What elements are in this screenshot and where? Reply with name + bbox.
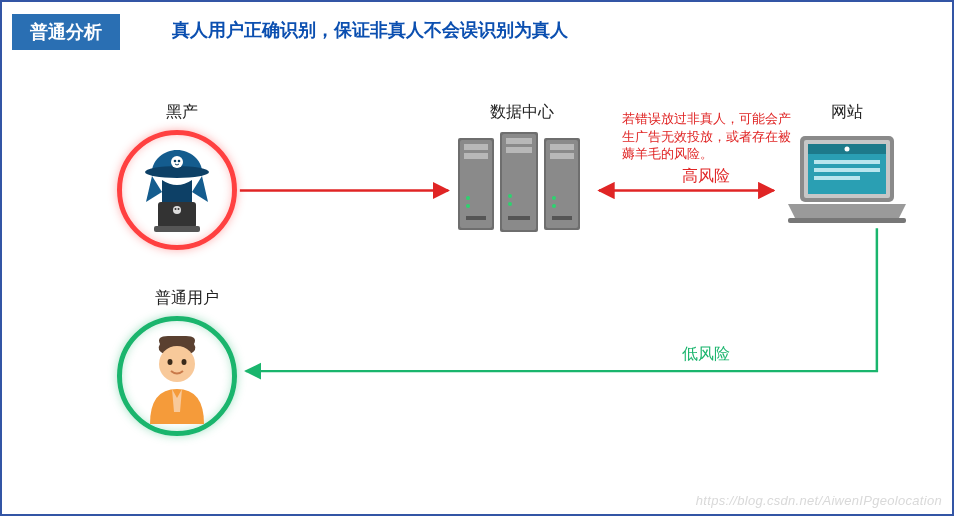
svg-point-2: [174, 160, 177, 163]
svg-rect-4: [158, 202, 196, 228]
svg-rect-15: [466, 216, 486, 220]
watermark-text: https://blog.csdn.net/AiwenIPgeolocation: [696, 493, 942, 508]
svg-point-41: [182, 359, 187, 365]
svg-rect-19: [506, 147, 532, 153]
svg-point-39: [159, 346, 195, 382]
section-badge: 普通分析: [12, 14, 120, 50]
label-hacker: 黑产: [152, 102, 212, 123]
svg-point-6: [175, 208, 177, 210]
svg-rect-29: [552, 216, 572, 220]
svg-rect-35: [814, 160, 880, 164]
arrow-website-to-user: [246, 228, 877, 371]
svg-point-14: [466, 204, 470, 208]
svg-rect-18: [506, 138, 532, 144]
label-low-risk: 低风险: [682, 344, 730, 365]
svg-point-27: [552, 196, 556, 200]
diagram-frame: 普通分析 真人用户正确识别，保证非真人不会误识别为真人 黑产 数据中心: [0, 0, 954, 516]
svg-point-7: [178, 208, 180, 210]
hacker-icon: [134, 142, 220, 238]
label-website: 网站: [822, 102, 872, 123]
svg-rect-25: [550, 144, 574, 150]
svg-point-21: [508, 202, 512, 206]
svg-rect-36: [814, 168, 880, 172]
server-icon: [452, 130, 592, 240]
svg-rect-8: [154, 226, 200, 232]
svg-point-3: [178, 160, 181, 163]
svg-rect-22: [508, 216, 530, 220]
svg-rect-12: [464, 153, 488, 159]
svg-rect-37: [814, 176, 860, 180]
svg-point-5: [173, 206, 181, 214]
svg-point-20: [508, 194, 512, 198]
svg-point-13: [466, 196, 470, 200]
user-icon: [138, 334, 216, 424]
svg-point-1: [171, 156, 183, 168]
svg-point-28: [552, 204, 556, 208]
svg-rect-38: [788, 218, 906, 223]
svg-point-40: [168, 359, 173, 365]
svg-rect-11: [464, 144, 488, 150]
arrows-overlay: [2, 2, 952, 514]
label-high-risk: 高风险: [682, 166, 730, 187]
svg-point-34: [845, 147, 850, 152]
warning-text: 若错误放过非真人，可能会产生广告无效投放，或者存在被薅羊毛的风险。: [622, 110, 802, 163]
svg-rect-26: [550, 153, 574, 159]
label-datacenter: 数据中心: [477, 102, 567, 123]
headline-text: 真人用户正确识别，保证非真人不会误识别为真人: [172, 18, 568, 42]
label-user: 普通用户: [142, 288, 232, 309]
